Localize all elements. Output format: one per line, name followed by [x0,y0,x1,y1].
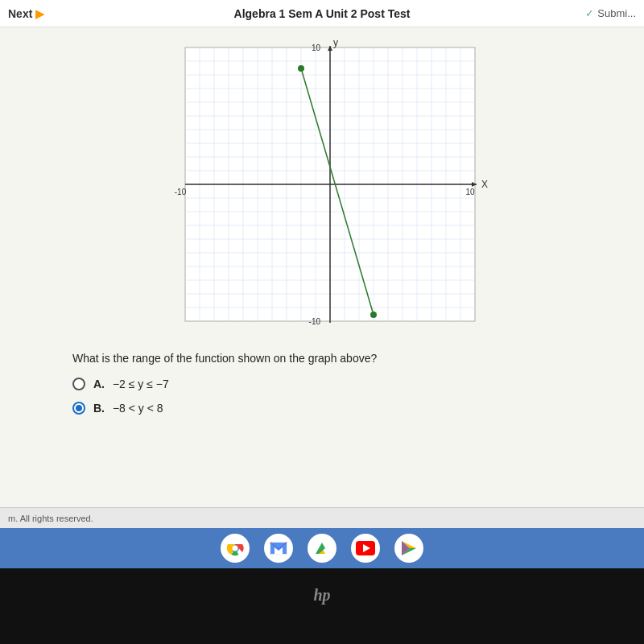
y-neg10-label: -10 [309,317,321,326]
page-title: Algebra 1 Sem A Unit 2 Post Test [234,7,411,20]
next-label: Next [8,7,32,20]
chrome-icon[interactable] [221,534,250,563]
question-text: What is the range of the function shown … [72,352,604,365]
x-axis-label: X [481,179,488,190]
coordinate-graph: X y -10 10 10 -10 [145,39,499,337]
graph-point-bottom [370,312,377,318]
graph-container: X y -10 10 10 -10 [145,39,499,337]
taskbar [0,528,644,568]
submit-button[interactable]: ✓ Submi... [585,7,636,19]
bottom-area: hp [0,568,644,644]
x-pos10-label: 10 [465,188,475,196]
copyright-text: m. All rights reserved. [8,514,93,523]
y-axis-label: y [333,39,338,48]
drive-icon[interactable] [308,534,336,563]
option-a-row[interactable]: A. −2 ≤ y ≤ −7 [72,378,604,390]
x-neg10-label: -10 [175,188,187,196]
footer: m. All rights reserved. [0,507,644,528]
gmail-icon[interactable] [264,534,293,563]
option-b-label: B. −8 < y < 8 [93,402,163,415]
svg-point-45 [233,546,238,551]
option-a-label: A. −2 ≤ y ≤ −7 [93,378,169,390]
graph-point-top [298,65,304,72]
submit-label: Submi... [597,7,636,19]
top-navigation-bar: Next ▶ Algebra 1 Sem A Unit 2 Post Test … [0,0,644,27]
option-b-radio[interactable] [72,402,85,415]
next-button[interactable]: Next ▶ [8,7,44,20]
submit-check-icon: ✓ [585,7,594,19]
youtube-icon[interactable] [351,534,380,563]
content-area: X y -10 10 10 -10 What is the range of t… [0,27,644,507]
option-a-radio[interactable] [72,378,85,390]
y-pos10-label: 10 [312,43,321,52]
question-area: What is the range of the function shown … [24,337,620,426]
option-b-row[interactable]: B. −8 < y < 8 [72,402,604,415]
next-arrow-icon: ▶ [35,7,44,20]
hp-logo: hp [313,584,330,605]
play-store-icon[interactable] [394,534,423,563]
